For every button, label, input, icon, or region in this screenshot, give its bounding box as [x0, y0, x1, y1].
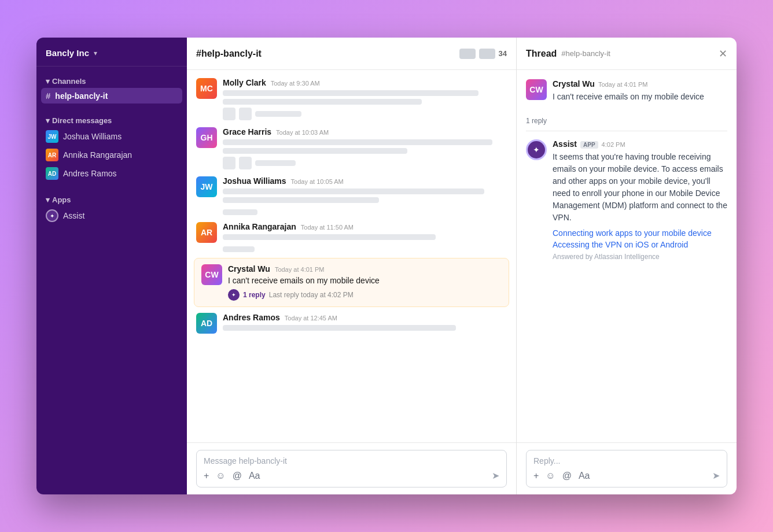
close-button[interactable]: ✕ — [719, 47, 727, 60]
thread-header: Thread #help-bancly-it ✕ — [517, 38, 737, 70]
msg-name-crystal: Crystal Wu — [228, 264, 270, 274]
thread-msg-name-crystal: Crystal Wu — [553, 79, 595, 88]
chat-input-box[interactable]: Message help-bancly-it + ☺ @ Aa ➤ — [196, 450, 507, 487]
sidebar-item-joshua[interactable]: JW Joshua Williams — [41, 127, 182, 146]
message-group-joshua: JW Joshua Williams Today at 10:05 AM — [196, 173, 507, 219]
answered-by: Answered by Atlassian Intelligence — [553, 253, 727, 261]
placeholder-line — [223, 148, 407, 154]
thread-msg-time-crystal: Today at 4:01 PM — [598, 81, 648, 88]
thread-link-1[interactable]: Connecting work apps to your mobile devi… — [553, 228, 727, 238]
thread-msg-text-crystal: I can't receive emails on my mobile devi… — [553, 91, 727, 103]
msg-short-group-grace — [223, 157, 507, 169]
channel-label: help-bancly-it — [55, 91, 108, 101]
message-group-annika: AR Annika Rangarajan Today at 11:50 AM — [196, 219, 507, 256]
messages-list[interactable]: MC Molly Clark Today at 9:30 AM — [187, 70, 516, 442]
msg-body-joshua: Joshua Williams Today at 10:05 AM — [223, 176, 507, 215]
thread-messages[interactable]: CW Crystal Wu Today at 4:01 PM I can't r… — [517, 70, 737, 442]
sidebar: Bancly Inc ▾ ▾ Channels # help-bancly-it… — [36, 38, 187, 494]
apps-section: ▾ Apps ✦ Assist — [36, 185, 187, 227]
msg-header-joshua: Joshua Williams Today at 10:05 AM — [223, 176, 507, 186]
placeholder-block — [223, 108, 235, 120]
msg-lines-andres — [223, 325, 507, 331]
thread-panel: Thread #help-bancly-it ✕ CW Crystal Wu T… — [517, 38, 737, 494]
plus-icon[interactable]: + — [204, 471, 209, 481]
chevron-icon-channels: ▾ — [46, 77, 50, 86]
msg-lines-grace — [223, 139, 507, 154]
msg-body-andres: Andres Ramos Today at 12:45 AM — [223, 313, 507, 334]
sidebar-item-andres[interactable]: AD Andres Ramos — [41, 164, 182, 183]
chat-header-right: 34 — [459, 49, 507, 59]
chevron-down-icon: ▾ — [94, 49, 97, 57]
app-badge: APP — [580, 141, 598, 149]
sidebar-item-annika[interactable]: AR Annika Rangarajan — [41, 146, 182, 164]
thread-link-2[interactable]: Accessing the VPN on iOS or Android — [553, 240, 727, 249]
msg-time-molly: Today at 9:30 AM — [271, 80, 320, 87]
msg-name-grace: Grace Harris — [223, 127, 271, 136]
thread-send-button[interactable]: ➤ — [712, 470, 720, 481]
sidebar-item-assist[interactable]: ✦ Assist — [41, 206, 182, 225]
thread-format-icon[interactable]: Aa — [579, 471, 590, 481]
avatar-annika: AR — [46, 149, 58, 161]
msg-header-annika: Annika Rangarajan Today at 11:50 AM — [223, 222, 507, 231]
channels-section-title[interactable]: ▾ Channels — [41, 75, 182, 88]
avatar-joshua-msg: JW — [196, 176, 217, 197]
member-count: 34 — [499, 49, 507, 58]
chat-input-area: Message help-bancly-it + ☺ @ Aa ➤ — [187, 442, 516, 494]
msg-lines-molly — [223, 90, 507, 105]
sidebar-header[interactable]: Bancly Inc ▾ — [36, 38, 187, 66]
dm-name-annika: Annika Rangarajan — [63, 150, 132, 160]
channels-section: ▾ Channels # help-bancly-it — [36, 66, 187, 106]
placeholder-line — [255, 111, 301, 117]
at-icon[interactable]: @ — [233, 471, 242, 481]
message-group-andres: AD Andres Ramos Today at 12:45 AM — [196, 309, 507, 337]
apps-section-title[interactable]: ▾ Apps — [41, 193, 182, 206]
msg-lines-joshua — [223, 189, 507, 203]
avatar-molly: MC — [196, 78, 217, 99]
reply-count[interactable]: 1 reply — [243, 291, 266, 299]
chat-input-placeholder: Message help-bancly-it — [204, 456, 499, 466]
message-group-grace: GH Grace Harris Today at 10:03 AM — [196, 124, 507, 173]
thread-input-area: Reply... + ☺ @ Aa ➤ — [517, 442, 737, 494]
placeholder-block — [223, 157, 235, 169]
chat-header: #help-bancly-it 34 — [187, 38, 516, 70]
thread-msg-time-assist: 4:02 PM — [602, 141, 625, 148]
app-window: Bancly Inc ▾ ▾ Channels # help-bancly-it… — [36, 38, 737, 494]
msg-time-andres: Today at 12:45 AM — [285, 315, 337, 322]
thread-msg-header-assist: Assist APP 4:02 PM — [553, 139, 727, 149]
dm-section-title[interactable]: ▾ Direct messages — [41, 114, 182, 127]
avatar-crystal-msg: CW — [201, 264, 222, 285]
avatar-andres: AD — [46, 167, 58, 180]
msg-time-annika: Today at 11:50 AM — [301, 224, 354, 231]
direct-messages-section: ▾ Direct messages JW Joshua Williams AR … — [36, 106, 187, 185]
msg-text-crystal: I can't receive emails on my mobile devi… — [228, 275, 502, 287]
thread-msg-body-assist: Assist APP 4:02 PM It seems that you're … — [553, 139, 727, 261]
thread-input-placeholder: Reply... — [533, 456, 720, 466]
thread-msg-name-assist: Assist — [553, 139, 577, 149]
avatar-grace: GH — [196, 127, 217, 148]
thread-msg-assist: ✦ Assist APP 4:02 PM It seems that you'r… — [526, 139, 727, 261]
format-icon[interactable]: Aa — [249, 471, 260, 481]
msg-short-group-joshua — [223, 206, 507, 215]
placeholder-line — [223, 246, 255, 252]
msg-header-crystal: Crystal Wu Today at 4:01 PM — [228, 264, 502, 274]
thread-input-box[interactable]: Reply... + ☺ @ Aa ➤ — [526, 450, 727, 487]
placeholder-line — [255, 160, 296, 166]
thread-emoji-icon[interactable]: ☺ — [546, 471, 555, 481]
msg-body-annika: Annika Rangarajan Today at 11:50 AM — [223, 222, 507, 252]
reply-bar[interactable]: ✦ 1 reply Last reply today at 4:02 PM — [228, 289, 502, 301]
assist-icon: ✦ — [46, 209, 58, 222]
placeholder-line — [223, 234, 436, 240]
thread-msg-crystal: CW Crystal Wu Today at 4:01 PM I can't r… — [526, 79, 727, 108]
workspace-name: Bancly Inc — [46, 48, 89, 58]
thread-at-icon[interactable]: @ — [562, 471, 572, 481]
send-button[interactable]: ➤ — [492, 470, 499, 481]
thread-avatar-crystal: CW — [526, 79, 547, 100]
header-pill-1 — [459, 49, 476, 59]
emoji-icon[interactable]: ☺ — [216, 471, 225, 481]
thread-plus-icon[interactable]: + — [533, 471, 539, 481]
msg-name-annika: Annika Rangarajan — [223, 222, 296, 231]
msg-body-crystal: Crystal Wu Today at 4:01 PM I can't rece… — [228, 264, 502, 301]
msg-short-group — [223, 108, 507, 120]
sidebar-item-help-bancly-it[interactable]: # help-bancly-it — [41, 88, 182, 104]
placeholder-block — [239, 108, 252, 120]
